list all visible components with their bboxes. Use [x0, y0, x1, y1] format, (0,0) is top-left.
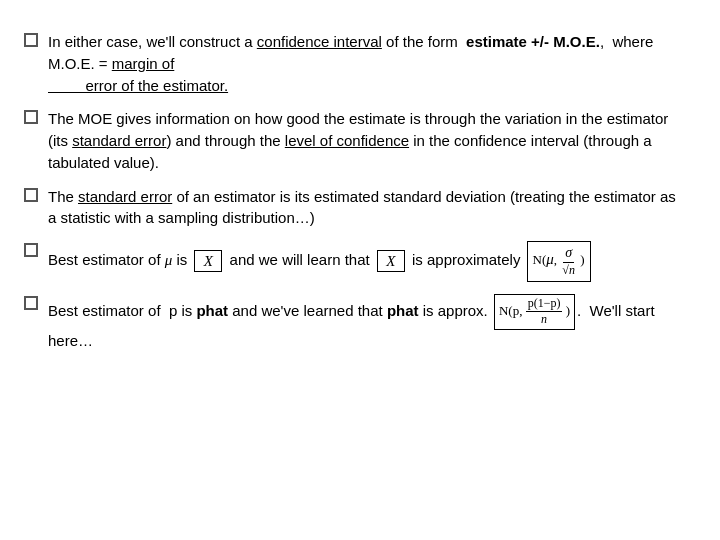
mu-in-formula: μ	[546, 251, 554, 267]
bullet-icon-2	[24, 110, 38, 124]
slide: In either case, we'll construct a confid…	[0, 0, 720, 540]
bullet-item-3: The standard error of an estimator is it…	[24, 179, 688, 235]
x-overline-2: X	[386, 251, 395, 273]
phat-label-1: phat	[196, 302, 228, 319]
bullet-item-2: The MOE gives information on how good th…	[24, 101, 688, 178]
bullet-icon-3	[24, 188, 38, 202]
underline-level-of-confidence: level of confidence	[285, 132, 409, 149]
fraction-bot: √n	[560, 263, 577, 279]
p-fraction-top: p(1−p)	[526, 296, 563, 313]
bullet-text-2: The MOE gives information on how good th…	[48, 108, 688, 173]
underline-margin-of-error: margin of error of the estimator.	[48, 55, 228, 94]
bullet-list: In either case, we'll construct a confid…	[24, 24, 688, 357]
bullet-item-1: In either case, we'll construct a confid…	[24, 24, 688, 101]
bullet-text-3: The standard error of an estimator is it…	[48, 186, 688, 230]
bullet-item-5: Best estimator of p is phat and we've le…	[24, 287, 688, 357]
normal-formula-1: N(μ, σ √n )	[527, 241, 591, 282]
phat-label-2: phat	[387, 302, 419, 319]
underline-standard-error: standard error	[72, 132, 166, 149]
bullet-icon-4	[24, 243, 38, 257]
bullet-text-1: In either case, we'll construct a confid…	[48, 31, 688, 96]
bullet-text-5: Best estimator of p is phat and we've le…	[48, 294, 688, 352]
x-overline: X	[204, 251, 213, 273]
mu-symbol: μ	[165, 252, 173, 268]
bullet-icon-1	[24, 33, 38, 47]
xbar-symbol-2: X	[377, 250, 405, 272]
underline-standard-error-2: standard error	[78, 188, 172, 205]
bullet-item-4: Best estimator of μ is X and we will lea…	[24, 234, 688, 287]
bullet-icon-5	[24, 296, 38, 310]
bullet-text-4: Best estimator of μ is X and we will lea…	[48, 241, 688, 282]
p-fraction: p(1−p) n	[526, 296, 563, 328]
sigma-fraction: σ √n	[560, 244, 577, 279]
fraction-top: σ	[563, 244, 574, 263]
xbar-symbol-1: X	[194, 250, 222, 272]
estimate-formula: estimate +/- M.O.E.	[466, 33, 600, 50]
underline-confidence-interval: confidence interval	[257, 33, 382, 50]
sigma-symbol: σ	[565, 245, 572, 260]
p-fraction-bot: n	[539, 312, 549, 328]
normal-formula-2: N(p, p(1−p) n )	[494, 294, 575, 330]
